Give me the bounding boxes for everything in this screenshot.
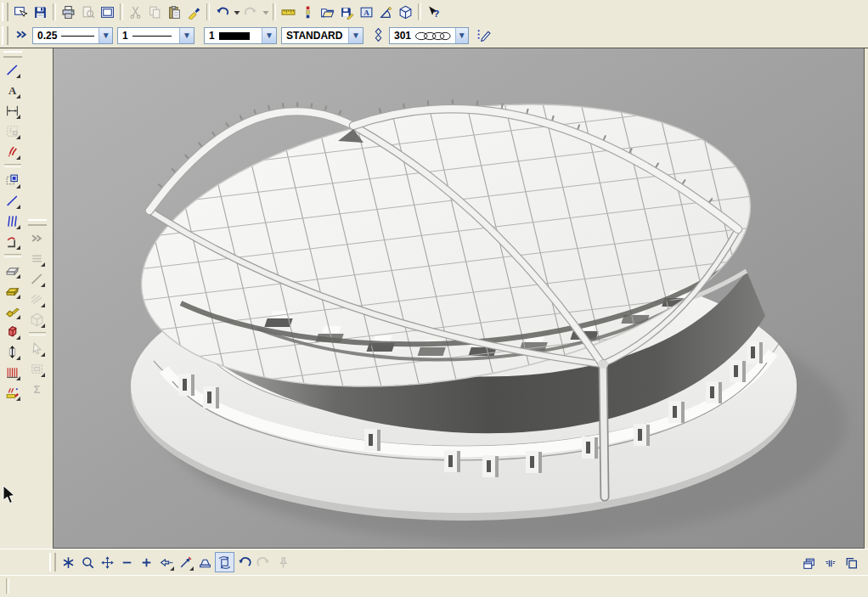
paste-button[interactable] [165, 2, 184, 22]
text-style-combo[interactable]: STANDARD ▼ [281, 27, 364, 44]
ruler-icon [281, 5, 296, 20]
open-folder-icon [320, 5, 335, 20]
slab-icon [5, 263, 20, 278]
line-style-scale-combo[interactable]: 0.25 ▼ [32, 27, 113, 44]
acs-cube-button[interactable] [396, 2, 415, 22]
pattern-area-tool[interactable] [27, 289, 47, 309]
toolbar-grip[interactable] [28, 219, 47, 226]
chevrons-icon[interactable] [14, 27, 29, 45]
place-text-tool[interactable]: A [3, 80, 22, 100]
place-slab-tool[interactable] [3, 260, 22, 280]
measure-ruler-button[interactable] [279, 2, 298, 22]
copy-button[interactable] [145, 2, 165, 22]
place-fence-tool[interactable] [27, 358, 47, 379]
restore-window-button[interactable] [842, 553, 861, 573]
raster-manager-button[interactable]: A [357, 2, 376, 22]
primitive-box-tool[interactable] [27, 309, 47, 329]
copy-view-button[interactable] [176, 552, 195, 572]
combo-dropdown-button[interactable]: ▼ [99, 28, 112, 43]
save-button[interactable] [31, 2, 50, 22]
rotate-view-button[interactable] [215, 552, 234, 572]
redo-icon [244, 5, 258, 20]
format-brush-button[interactable] [184, 2, 204, 22]
place-multiline-tool[interactable] [3, 211, 22, 231]
place-solid-tool[interactable] [3, 280, 22, 301]
zoom-out-button[interactable] [117, 552, 137, 572]
help-pointer-icon: ? [426, 5, 441, 20]
plus-icon [139, 555, 154, 570]
line-icon [5, 63, 20, 77]
select-pointer-tool[interactable] [27, 338, 47, 358]
view-previous-button[interactable] [156, 552, 176, 572]
parallel-lines-tool[interactable] [27, 248, 47, 268]
pan-view-button[interactable] [98, 552, 117, 572]
calculate-sum-tool[interactable]: Σ [27, 379, 47, 399]
active-cell-combo[interactable]: 301 ▼ [389, 27, 469, 44]
place-box-tool[interactable] [3, 321, 22, 341]
copy-icon [148, 5, 162, 20]
window-frame-button[interactable] [98, 2, 117, 22]
cut-button[interactable] [126, 2, 145, 22]
hatch-area-tool[interactable] [3, 362, 22, 382]
cells-tool[interactable] [3, 170, 22, 190]
toolbar-grip[interactable] [49, 553, 56, 572]
combo-dropdown-button[interactable]: ▼ [455, 28, 468, 43]
set-height-tool[interactable] [3, 341, 22, 362]
construct-line-tool[interactable] [3, 190, 22, 211]
select-element-icon [14, 5, 28, 20]
fit-view-button[interactable] [195, 552, 215, 572]
measure-angle-button[interactable] [376, 2, 396, 22]
modify-corner-tool[interactable] [3, 231, 22, 251]
combo-dropdown-button[interactable]: ▼ [262, 28, 276, 43]
sketch-tool[interactable] [3, 141, 22, 161]
clip-volume-button[interactable] [273, 552, 293, 572]
link-8-icon[interactable] [371, 27, 386, 45]
minus-icon [120, 555, 134, 570]
corner-icon [5, 234, 20, 249]
context-help-button[interactable]: ? [424, 2, 443, 22]
print-button[interactable] [59, 2, 78, 22]
view-window[interactable] [53, 48, 865, 549]
view-redo-button[interactable] [254, 552, 273, 572]
tool-sidebar: A Σ [0, 48, 53, 549]
cascade-windows-button[interactable] [799, 553, 819, 573]
combo-dropdown-button[interactable]: ▼ [179, 28, 194, 43]
sigma-icon: Σ [30, 382, 44, 397]
separator [4, 254, 21, 257]
tile-windows-button[interactable] [820, 553, 840, 573]
select-element-button[interactable] [11, 2, 31, 22]
line-style-combo[interactable]: 1 ▼ [117, 27, 194, 44]
attach-tags-tool[interactable] [3, 121, 22, 141]
secondary-tool-column: Σ [25, 217, 49, 399]
update-view-button[interactable] [59, 552, 78, 572]
separator [418, 3, 421, 20]
redo-button[interactable] [241, 2, 261, 22]
view-undo-button[interactable] [234, 552, 254, 572]
zoom-button[interactable] [78, 552, 98, 572]
annotate-tool[interactable] [3, 382, 22, 403]
line-weight-combo[interactable]: 1 ▼ [204, 27, 277, 44]
multiline-icon [5, 214, 20, 228]
zoom-in-button[interactable] [137, 552, 156, 572]
toolbar-grip[interactable] [2, 26, 8, 45]
color-table-button[interactable] [298, 2, 318, 22]
toolbar-grip[interactable] [2, 3, 8, 21]
rotate-view-icon [217, 555, 232, 570]
undo-dropdown-button[interactable] [232, 2, 241, 22]
expand-tools-button[interactable] [27, 228, 47, 248]
toolbar-grip[interactable] [3, 51, 22, 58]
save-settings-button[interactable] [337, 2, 357, 22]
place-line-tool[interactable] [3, 59, 22, 80]
text-a-icon: A [5, 83, 20, 98]
line-style-scale-value: 0.25 [37, 30, 57, 42]
dimension-tool[interactable] [3, 100, 22, 121]
construct-line-2-tool[interactable] [27, 268, 47, 289]
open-file-button[interactable] [318, 2, 337, 22]
print-preview-button[interactable] [78, 2, 98, 22]
combo-dropdown-button[interactable]: ▼ [348, 28, 363, 43]
extrude-solid-tool[interactable] [3, 301, 22, 321]
edit-pencil-icon[interactable] [476, 27, 491, 45]
undo-button[interactable] [212, 2, 232, 22]
text-style-value: STANDARD [286, 30, 342, 42]
redo-dropdown-button[interactable] [261, 2, 270, 22]
